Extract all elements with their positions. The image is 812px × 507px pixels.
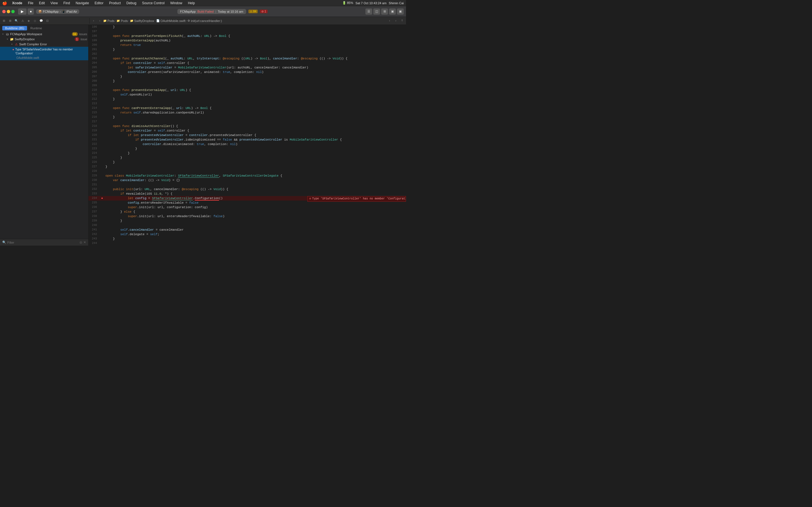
toolbar-center: FCMapApp Build Failed | Today at 10:16 a… xyxy=(80,9,364,14)
code-line-217: 217 xyxy=(89,119,406,124)
inspector-toggle[interactable]: ▣ xyxy=(397,8,404,15)
menubar-product[interactable]: Product xyxy=(108,1,122,5)
more-icon[interactable]: ⊡ xyxy=(45,18,50,24)
menubar-xcode[interactable]: Xcode xyxy=(11,1,23,5)
code-line-199: 199 presentExternalApp(authURL) xyxy=(89,38,406,43)
run-button[interactable]: ▶ xyxy=(18,8,27,15)
line-number: 209 xyxy=(89,83,100,88)
maximize-button[interactable] xyxy=(11,10,15,13)
code-line-212: 212 } xyxy=(89,97,406,101)
navigator-toggle[interactable]: ▣ xyxy=(389,8,396,15)
line-number: 208 xyxy=(89,79,100,83)
runtime-tab[interactable]: Runtime xyxy=(28,26,45,31)
error-dot-icon: ● xyxy=(12,48,14,51)
menubar-help[interactable]: Help xyxy=(187,1,196,5)
swifty-label: SwiftyDropbox xyxy=(15,38,74,41)
code-line-239: 239 } xyxy=(89,219,406,223)
line-number: 234 xyxy=(89,196,100,201)
filter-options[interactable]: ◎ xyxy=(80,240,82,244)
nav-icon-1[interactable]: ⊞ xyxy=(1,18,7,24)
filter-input[interactable] xyxy=(7,241,79,244)
search-icon[interactable]: 🔍 xyxy=(13,18,19,24)
main-layout: Buildtime (85) Runtime ▾ 🗂 FCMapApp Work… xyxy=(0,25,406,245)
code-line-232: 232 public init(url: URL, cancelHandler:… xyxy=(89,187,406,191)
breadcrumb-pods-2[interactable]: 📁 Pods xyxy=(116,19,128,22)
method-icon: ⚙ xyxy=(188,19,190,22)
prev-issue-btn[interactable]: ‹ xyxy=(387,18,393,24)
buildtime-tab[interactable]: Buildtime (85) xyxy=(2,26,27,31)
line-number: 229 xyxy=(89,173,100,178)
line-content: } xyxy=(104,237,406,241)
breadcrumb-file[interactable]: 📄 OAuthMobile.swift xyxy=(156,19,186,22)
error-text: Type 'SFSafariViewController' has no mem… xyxy=(15,48,87,55)
clock: Sat 7 Oct 10:43:24 am xyxy=(356,1,387,5)
error-badge: 1 xyxy=(75,37,79,41)
nav-bar: ⊞ ⊞ 🔍 ⚠ ◈ ◇ 💬 ⊡ ‹ › 📁 Pods › 📁 Pods › 📁 … xyxy=(0,17,406,25)
code-editor[interactable]: 196 } 197 198 open func presentPlatformS… xyxy=(89,25,406,245)
line-content: } xyxy=(104,151,406,156)
close-button[interactable] xyxy=(2,10,6,13)
menubar-source-control[interactable]: Source Control xyxy=(141,1,166,5)
line-number: 218 xyxy=(89,124,100,128)
folder-icon: 📁 xyxy=(116,19,120,22)
line-number: 225 xyxy=(89,156,100,160)
line-number: 243 xyxy=(89,237,100,241)
filter-close[interactable]: ✕ xyxy=(84,240,86,244)
code-line-210: 210 open func presentExternalApp(_ url: … xyxy=(89,88,406,93)
back-btn[interactable]: ‹ xyxy=(91,18,96,24)
swifty-dropbox-item[interactable]: ▾ 📁 SwiftyDropbox 1 issue xyxy=(0,37,88,42)
code-line-224: 224 } xyxy=(89,151,406,156)
line-content: } xyxy=(104,165,406,169)
line-content: } xyxy=(104,160,406,165)
menubar-find[interactable]: Find xyxy=(62,1,71,5)
add-editor-btn[interactable]: ⊞ xyxy=(381,8,388,15)
line-number: 210 xyxy=(89,88,100,93)
error-detail-item[interactable]: ● Type 'SFSafariViewController' has no m… xyxy=(0,47,88,60)
forward-btn[interactable]: › xyxy=(97,18,103,24)
error-badge[interactable]: ⊘ 1 xyxy=(260,10,267,13)
menubar-debug[interactable]: Debug xyxy=(125,1,137,5)
code-line-201: 201 } xyxy=(89,47,406,52)
minimize-button[interactable] xyxy=(7,10,10,13)
comment-icon[interactable]: 💬 xyxy=(38,18,44,24)
menubar-editor[interactable]: Editor xyxy=(94,1,105,5)
line-number: 242 xyxy=(89,232,100,237)
line-number: 222 xyxy=(89,142,100,147)
compiler-error-item[interactable]: ▾ ⚠ Swift Compiler Error xyxy=(0,42,88,47)
menubar-file[interactable]: File xyxy=(27,1,35,5)
battery-status: 🔋 85% xyxy=(342,1,353,5)
breadcrumb-pods-1[interactable]: 📁 Pods xyxy=(103,19,114,22)
next-issue-btn[interactable]: › xyxy=(393,18,399,24)
editor-layout-btn[interactable]: ☰ xyxy=(365,8,372,15)
stop-button[interactable]: ■ xyxy=(28,8,34,15)
warning-nav-icon[interactable]: ⚠ xyxy=(20,18,26,24)
error-icon: ⊘ xyxy=(261,10,264,13)
scheme-selector[interactable]: 📦 FCMapApp › 📱 iPad Air xyxy=(36,9,79,14)
menubar-edit[interactable]: Edit xyxy=(38,1,46,5)
line-content: controller.dismiss(animated: true, compl… xyxy=(104,142,406,147)
workspace-warning-badge: 84 xyxy=(72,32,78,36)
code-line-236: 236 super.init(url: url, configuration: … xyxy=(89,205,406,210)
line-content: self.delegate = self; xyxy=(104,232,406,237)
line-content: } xyxy=(104,74,406,79)
warning-badge[interactable]: ⚠ 84 xyxy=(248,10,258,13)
apple-menu[interactable]: 🍎 xyxy=(2,1,7,5)
nav-icon-2[interactable]: ⊞ xyxy=(7,18,13,24)
hide-sidebar-btn[interactable]: ◫ xyxy=(373,8,380,15)
breadcrumb-label: Pods xyxy=(107,19,114,22)
breakpoint-icon[interactable]: ◇ xyxy=(32,18,38,24)
bookmark-icon[interactable]: ◈ xyxy=(26,18,32,24)
folder-icon: 📁 xyxy=(10,37,14,41)
build-status: FCMapApp Build Failed | Today at 10:16 a… xyxy=(177,9,246,14)
editor-area: 196 } 197 198 open func presentPlatformS… xyxy=(89,25,406,245)
line-content: super.init(url: url, entersReaderIfAvail… xyxy=(104,214,406,219)
code-line-215: 215 return self.sharedApplication.canOpe… xyxy=(89,110,406,115)
scroll-top-btn[interactable]: ⇡ xyxy=(399,18,405,24)
menubar-view[interactable]: View xyxy=(49,1,59,5)
breadcrumb-swifty[interactable]: 📁 SwiftyDropbox xyxy=(130,19,154,22)
menubar-navigate[interactable]: Navigate xyxy=(74,1,90,5)
menubar-window[interactable]: Window xyxy=(169,1,184,5)
breadcrumb-method[interactable]: ⚙ init(url:cancelHandler:) xyxy=(188,19,222,22)
code-line-221: 221 if presentedViewController.isBeingDi… xyxy=(89,137,406,142)
workspace-item[interactable]: ▾ 🗂 FCMapApp Workspace 84 issues xyxy=(0,32,88,37)
